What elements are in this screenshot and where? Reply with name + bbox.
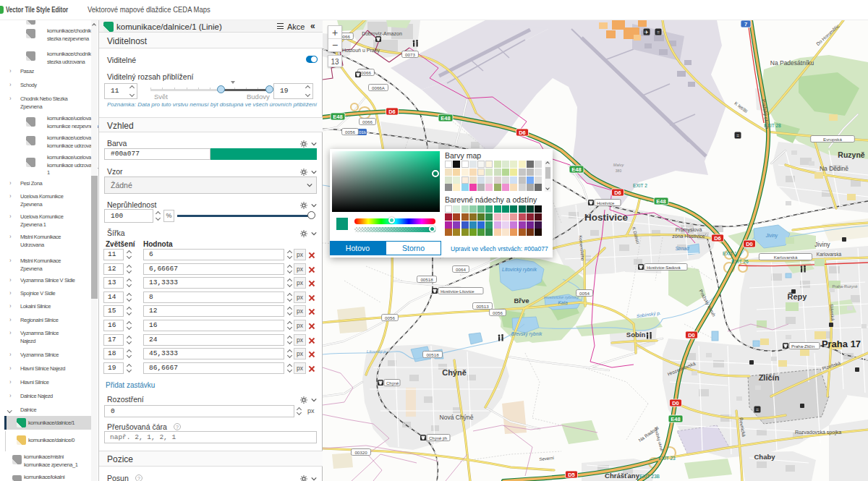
svg-text:0073: 0073 — [405, 52, 415, 57]
svg-text:D5: D5 — [568, 472, 575, 478]
svg-text:Strnad: Strnad — [675, 246, 689, 251]
svg-text:0066: 0066 — [362, 119, 373, 124]
svg-text:D6: D6 — [614, 190, 621, 196]
svg-text:00513: 00513 — [476, 304, 489, 309]
svg-text:zóna Hostivice: zóna Hostivice — [672, 234, 705, 239]
svg-text:Zličín: Zličín — [759, 373, 780, 382]
svg-text:00518: 00518 — [426, 352, 439, 357]
svg-text:0054: 0054 — [579, 291, 590, 296]
svg-text:EXIT 2: EXIT 2 — [633, 183, 647, 188]
svg-text:E48: E48 — [333, 114, 342, 120]
svg-text:Kala: Kala — [558, 300, 567, 305]
svg-text:Praha-Ruzyně: Praha-Ruzyně — [832, 284, 857, 289]
svg-text:Na Padesátníku: Na Padesátníku — [770, 59, 814, 67]
svg-text:✈: ✈ — [644, 30, 649, 35]
svg-text:Hostouň u Prahy: Hostouň u Prahy — [342, 48, 380, 54]
svg-text:EXIT 26: EXIT 26 — [731, 259, 749, 264]
svg-text:E48: E48 — [441, 115, 450, 122]
svg-text:Litovský p.: Litovský p. — [367, 349, 387, 354]
svg-text:Břve: Břve — [514, 297, 529, 305]
svg-text:Ruzyně: Ruzyně — [838, 150, 865, 159]
svg-text:Břevský rybník: Břevský rybník — [511, 331, 542, 337]
svg-text:380: 380 — [616, 169, 622, 173]
svg-text:D6: D6 — [388, 108, 396, 115]
svg-text:D0: D0 — [746, 241, 753, 247]
svg-text:0056: 0056 — [493, 310, 503, 315]
svg-text:0066: 0066 — [361, 70, 371, 75]
svg-text:Jiviny: Jiviny — [814, 241, 830, 248]
svg-text:EXIT 23B: EXIT 23B — [639, 474, 660, 479]
svg-text:Řepy: Řepy — [788, 292, 808, 301]
svg-text:Chrášťany: Chrášťany — [605, 472, 640, 480]
svg-text:Litovický rybník: Litovický rybník — [502, 267, 537, 273]
svg-text:E48: E48 — [671, 416, 680, 422]
svg-text:EXIT 1: EXIT 1 — [723, 251, 737, 256]
svg-text:Hostivice-Sadová: Hostivice-Sadová — [647, 265, 681, 270]
svg-text:E48: E48 — [656, 198, 665, 205]
svg-text:D6: D6 — [519, 129, 526, 136]
svg-text:Chýně: Chýně — [386, 381, 399, 386]
svg-text:Hostivické rybníky: Hostivické rybníky — [544, 295, 579, 299]
svg-text:Evropská: Evropská — [823, 137, 842, 142]
svg-text:Malvy: Malvy — [613, 163, 625, 167]
svg-text:Jiviny: Jiviny — [765, 233, 778, 239]
svg-text:Průmyslová: Průmyslová — [676, 227, 702, 233]
svg-text:0066A: 0066A — [372, 85, 386, 90]
svg-text:0056: 0056 — [385, 315, 395, 320]
svg-text:D6: D6 — [714, 235, 721, 242]
svg-text:0064: 0064 — [456, 267, 466, 272]
svg-text:Rozvadovská spojka: Rozvadovská spojka — [795, 430, 841, 435]
svg-text:=: = — [756, 407, 759, 412]
svg-text:Sobín: Sobín — [626, 331, 646, 339]
svg-text:00518: 00518 — [420, 277, 433, 282]
svg-text:Nová Chýně: Nová Chýně — [440, 414, 474, 421]
svg-text:Chýně: Chýně — [442, 368, 467, 377]
svg-text:=: = — [657, 30, 660, 35]
svg-text:0056: 0056 — [345, 129, 355, 135]
svg-text:7: 7 — [744, 21, 747, 27]
svg-text:D0: D0 — [672, 400, 679, 406]
svg-text:Dobroviz-Amazon: Dobroviz-Amazon — [362, 31, 402, 36]
svg-text:D0: D0 — [688, 332, 695, 339]
svg-text:Chýně jih: Chýně jih — [429, 436, 447, 440]
svg-text:Hostivice: Hostivice — [597, 201, 615, 205]
svg-text:Karlovarská: Karlovarská — [774, 255, 798, 260]
svg-text:Hostivice-Litovice: Hostivice-Litovice — [441, 289, 475, 294]
svg-text:00320: 00320 — [354, 450, 367, 455]
svg-text:Karlovarská: Karlovarská — [817, 252, 842, 257]
svg-text:=: = — [736, 133, 739, 138]
svg-text:Na Dědině: Na Dědině — [820, 165, 848, 172]
svg-text:Praha-Zličín: Praha-Zličín — [791, 344, 814, 349]
svg-text:E48: E48 — [571, 166, 581, 173]
svg-text:Chaby: Chaby — [754, 453, 775, 461]
svg-text:Praha 17: Praha 17 — [822, 339, 861, 349]
svg-text:EXIT 23: EXIT 23 — [658, 456, 676, 461]
svg-text:Hostivice: Hostivice — [584, 212, 629, 223]
